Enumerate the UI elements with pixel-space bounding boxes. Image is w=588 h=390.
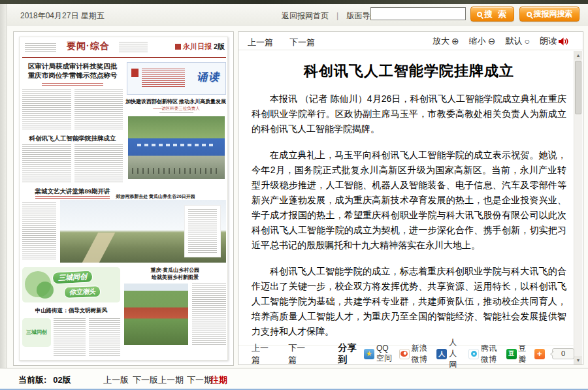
section-title: 要闻·综合 [67,41,110,52]
article-reader-panel: 上一篇 下一篇 放大 ⊕ 缩小 ⊖ 默认 ○ 朗读 [238,31,583,365]
speaker-icon [559,37,568,46]
next-page-link[interactable]: 下一版 [133,374,158,386]
thumb-headline-audit: 区审计局获成审计科技奖四批 重庆市岗位学雷锋示范点称号 [22,61,123,80]
past-issues-link[interactable]: 往期 [210,374,227,386]
prev-issue-link[interactable]: 上一期 [158,374,184,386]
photo-text-box [184,205,221,257]
thumb-bottom-caption: 重庆·黄瓜山乡村公园 绘就美丽乡村新图景 [124,267,226,281]
paper-logo: 永川日报 2版 [175,42,225,52]
date-text: 2018年04月27日 星期五 [20,10,105,22]
default-size-button[interactable]: 默认 ○ [506,35,530,47]
link-separator: | [336,11,338,20]
current-page-label: 当前版:02版 [18,374,71,386]
topbar-links: 返回报网首页|版面导航 [282,10,378,22]
banner-leaf-shape [37,282,54,299]
prev-article-link[interactable]: 上一篇 [252,342,270,366]
thumb-photo-caption: 郊游再添新去处 黄瓜山养生谷26日开园 [85,193,226,200]
search-icon [477,12,482,17]
reader-toolbar: 上一篇 下一篇 放大 ⊕ 缩小 ⊖ 默认 ○ 朗读 [238,32,583,50]
thumb-body-text [54,318,120,356]
banner-slogan-2: 你立潮头 [64,285,101,299]
scrollbar-thumb[interactable] [575,61,581,114]
article-title: 科创讯飞人工智能学院挂牌成立 [252,61,566,81]
zoom-out-button[interactable]: 缩小 ⊖ [469,35,496,47]
scrollbar-up-arrow[interactable]: ▲ [574,51,582,59]
article-scrollbar[interactable]: ▲ ▼ [574,51,582,365]
thumb-body-text [192,284,226,345]
bottom-navigation-bar: 当前版:02版 上一版 下一版 上一期 下一期 往期 [0,368,588,390]
landscape-path [82,233,114,263]
tencent-weibo-icon [468,349,479,359]
songdu-column-box: 诵读 [127,62,226,95]
renren-icon: 人 [436,349,447,359]
thumb-main-subtitle: ——访区科委三位负责人 [127,106,226,112]
share-to-label: 分享到 [338,342,358,366]
site-search-button[interactable]: 搜报网搜索 [519,7,580,22]
thumb-body-text [22,144,123,184]
current-page-value: 02版 [53,375,71,385]
article-content: 科创讯飞人工智能学院挂牌成立 本报讯 （记者 陈仙川）4月26日，科创讯飞人工智… [238,51,574,344]
next-article-link[interactable]: 下一篇 [288,342,306,366]
masthead-small-text [25,43,56,52]
default-size-icon: ○ [525,37,530,46]
next-article-button[interactable]: 下一篇 [289,37,315,48]
thumb-red-subhead [42,83,103,86]
bike-path-photo [124,284,188,345]
thumb-headline-street: 中山路街道：倡导文明树新风 [22,307,120,315]
share-qzone[interactable]: ★ QQ空间 [364,344,393,364]
green-campaign-logo: 三城同创 [22,318,51,347]
thumb-body-text [22,89,123,130]
qzone-icon: ★ [364,349,374,359]
share-bar: 上一篇 下一篇 分享到 ★ QQ空间 新浪微博 人 人人网 腾讯微博 豆 豆瓣 … [238,345,574,362]
search-input[interactable] [370,7,466,20]
thumb-body-text [22,202,56,261]
scrollbar-down-arrow[interactable]: ▼ [574,356,582,365]
douban-icon: 豆 [506,349,517,359]
article-body: 本报讯 （记者 陈仙川）4月26日，科创讯飞人工智能学院成立典礼在重庆科创职业学… [252,91,566,344]
event-photo [128,116,225,179]
article-paragraph: 在成立典礼上，马玉平向科创讯飞人工智能学院的成立表示祝贺。她说，今年2月，国务院… [252,148,566,253]
thumb-headline-ai-college: 科创讯飞人工智能学院挂牌成立 [22,135,123,143]
read-aloud-button[interactable]: 朗读 [540,35,568,47]
newspaper-thumbnail-panel: 要闻·综合 永川日报 2版 区审计局获成审计科技奖四批 重庆市岗位学雷锋示范点称… [13,31,234,366]
topbar: 2018年04月27日 星期五 返回报网首页|版面导航 搜 索 搜报网搜索 [7,4,588,25]
zoom-out-icon: ⊖ [488,37,496,46]
newspaper-page-image[interactable]: 要闻·综合 永川日报 2版 区审计局获成审计科技奖四批 重庆市岗位学雷锋示范点称… [19,37,228,361]
event-people [132,168,220,174]
share-sina-weibo[interactable]: 新浪微博 [399,343,431,365]
search-icon [527,12,532,17]
event-banner-text [137,144,214,146]
article-paragraph: 科创讯飞人工智能学院的成立，标志着重庆科创职业学院与科大讯飞的合作迈出了关键一步… [252,264,566,339]
thumb-main-headline: 加快建设西部创新特区 推动永川高质量发展 [124,98,227,105]
songdu-small-text [142,69,185,88]
songdu-seal-icon [131,69,139,77]
prev-page-link[interactable]: 上一版 [103,374,129,386]
share-tencent-weibo[interactable]: 腾讯微博 [468,343,500,365]
share-douban[interactable]: 豆 豆瓣 [506,343,527,365]
share-renren[interactable]: 人 人人网 [436,337,463,370]
paper-logo-icon [175,44,181,50]
search-button[interactable]: 搜 索 [470,7,514,22]
reader-controls: 放大 ⊕ 缩小 ⊖ 默认 ○ 朗读 [433,32,568,50]
more-share-button[interactable]: + [534,349,545,359]
masthead-info-text [119,42,148,52]
sina-weibo-icon [399,349,410,359]
landscape-photo [60,200,226,263]
songdu-logo-text: 诵读 [197,71,220,84]
masthead-rule [22,57,226,58]
home-link[interactable]: 返回报网首页 [282,11,329,20]
prev-article-button[interactable]: 上一篇 [248,37,273,48]
zoom-in-button[interactable]: 放大 ⊕ [433,35,459,47]
zoom-in-icon: ⊕ [451,37,459,46]
green-campaign-banner: 三城同创 你立潮头 [22,267,120,302]
next-issue-link[interactable]: 下一期 [187,374,212,386]
banner-slogan-1: 三城同创 [52,270,93,284]
article-paragraph: 本报讯 （记者 陈仙川）4月26日，科创讯飞人工智能学院成立典礼在重庆科创职业学… [252,91,566,137]
thumb-byline [159,112,193,114]
window-left-edge [0,4,7,390]
